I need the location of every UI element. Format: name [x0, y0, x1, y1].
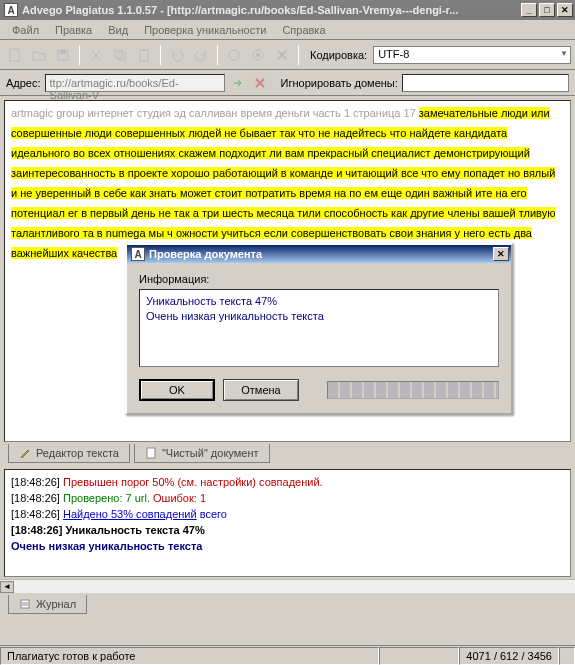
- document-highlighted-text: замечательные люди или совершенные люди …: [11, 107, 555, 259]
- toolbar: Кодировка: UTF-8: [0, 40, 575, 70]
- ignore-domains-input[interactable]: [402, 74, 569, 92]
- app-icon: A: [131, 247, 145, 261]
- window-title: Advego Plagiatus 1.1.0.57 - [http://artm…: [22, 4, 519, 16]
- window-titlebar: A Advego Plagiatus 1.1.0.57 - [http://ar…: [0, 0, 575, 20]
- menu-bar: Файл Правка Вид Проверка уникальности Сп…: [0, 20, 575, 40]
- log-line: [18:48:26] Превышен порог 50% (см. настр…: [11, 474, 564, 490]
- svg-rect-0: [10, 49, 19, 61]
- status-counts: 4071 / 612 / 3456: [459, 647, 559, 665]
- menu-edit[interactable]: Правка: [47, 22, 100, 38]
- dialog-info-line: Уникальность текста 47%: [146, 294, 492, 309]
- open-icon[interactable]: [28, 44, 50, 66]
- tab-clean-label: "Чистый" документ: [162, 447, 259, 459]
- go-icon[interactable]: [229, 74, 247, 92]
- log-line: Очень низкая уникальность текста: [11, 538, 564, 554]
- cancel-button[interactable]: Отмена: [223, 379, 299, 401]
- matches-link[interactable]: Найдено 53% совпадений: [63, 508, 197, 520]
- dialog-close-button[interactable]: ✕: [493, 247, 509, 261]
- minimize-button[interactable]: _: [521, 3, 537, 17]
- svg-rect-5: [140, 50, 148, 61]
- check-document-dialog: A Проверка документа ✕ Информация: Уника…: [125, 243, 513, 415]
- encoding-label: Кодировка:: [310, 49, 367, 61]
- encoding-select[interactable]: UTF-8: [373, 46, 571, 64]
- new-doc-icon[interactable]: [4, 44, 26, 66]
- run-check2-icon[interactable]: [247, 44, 269, 66]
- dialog-title: Проверка документа: [149, 248, 493, 260]
- tab-editor[interactable]: Редактор текста: [8, 444, 130, 463]
- journal-tabs: Журнал: [0, 595, 575, 614]
- stop-icon[interactable]: [271, 44, 293, 66]
- ignore-domains-label: Игнорировать домены:: [281, 77, 398, 89]
- log-line: [18:48:26] Уникальность текста 47%: [11, 522, 564, 538]
- maximize-button[interactable]: □: [539, 3, 555, 17]
- status-empty: [379, 647, 459, 665]
- scroll-left-icon[interactable]: ◄: [0, 581, 14, 593]
- svg-rect-11: [21, 600, 29, 608]
- log-line: [18:48:26] Проверено: 7 url. Ошибок: 1: [11, 490, 564, 506]
- cut-icon[interactable]: [85, 44, 107, 66]
- menu-view[interactable]: Вид: [100, 22, 136, 38]
- cancel-nav-icon[interactable]: [251, 74, 269, 92]
- dialog-info-box[interactable]: Уникальность текста 47% Очень низкая уни…: [139, 289, 499, 367]
- svg-point-9: [256, 53, 260, 57]
- tab-editor-label: Редактор текста: [36, 447, 119, 459]
- paste-icon[interactable]: [133, 44, 155, 66]
- ok-button[interactable]: OK: [139, 379, 215, 401]
- toolbar-separator: [160, 45, 161, 65]
- copy-icon[interactable]: [109, 44, 131, 66]
- dialog-info-label: Информация:: [139, 273, 499, 285]
- save-icon[interactable]: [52, 44, 74, 66]
- run-check-icon[interactable]: [223, 44, 245, 66]
- pencil-icon: [19, 447, 31, 459]
- dialog-info-line: Очень низкая уникальность текста: [146, 309, 492, 324]
- svg-point-7: [229, 50, 239, 60]
- address-label: Адрес:: [6, 77, 41, 89]
- document-plain-text: artmagic group интернет студия эд саллив…: [11, 107, 419, 119]
- toolbar-separator: [298, 45, 299, 65]
- document-icon: [145, 447, 157, 459]
- encoding-value: UTF-8: [378, 48, 409, 60]
- address-input[interactable]: ttp://artmagic.ru/books/Ed-Sallivan-V: [45, 74, 225, 92]
- menu-check[interactable]: Проверка уникальности: [136, 22, 274, 38]
- address-bar: Адрес: ttp://artmagic.ru/books/Ed-Salliv…: [0, 70, 575, 96]
- toolbar-separator: [79, 45, 80, 65]
- progress-bar: [327, 381, 499, 399]
- status-bar: Плагиатус готов к работе 4071 / 612 / 34…: [0, 645, 575, 665]
- log-line: [18:48:26] Найдено 53% совпадений всего: [11, 506, 564, 522]
- document-tabs: Редактор текста "Чистый" документ: [0, 444, 575, 463]
- toolbar-separator: [217, 45, 218, 65]
- svg-rect-6: [142, 49, 146, 51]
- close-button[interactable]: ✕: [557, 3, 573, 17]
- resize-grip-icon[interactable]: [559, 647, 575, 665]
- undo-icon[interactable]: [166, 44, 188, 66]
- tab-journal-label: Журнал: [36, 598, 76, 610]
- svg-rect-2: [60, 50, 66, 54]
- dialog-titlebar[interactable]: A Проверка документа ✕: [127, 245, 511, 263]
- tab-clean[interactable]: "Чистый" документ: [134, 444, 270, 463]
- status-text: Плагиатус готов к работе: [0, 647, 379, 665]
- menu-help[interactable]: Справка: [274, 22, 333, 38]
- journal-icon: [19, 598, 31, 610]
- svg-rect-10: [147, 448, 155, 458]
- redo-icon[interactable]: [190, 44, 212, 66]
- tab-journal[interactable]: Журнал: [8, 595, 87, 614]
- log-panel[interactable]: [18:48:26] Превышен порог 50% (см. настр…: [4, 469, 571, 577]
- app-icon: A: [4, 3, 18, 17]
- log-horizontal-scrollbar[interactable]: ◄: [0, 579, 575, 593]
- menu-file[interactable]: Файл: [4, 22, 47, 38]
